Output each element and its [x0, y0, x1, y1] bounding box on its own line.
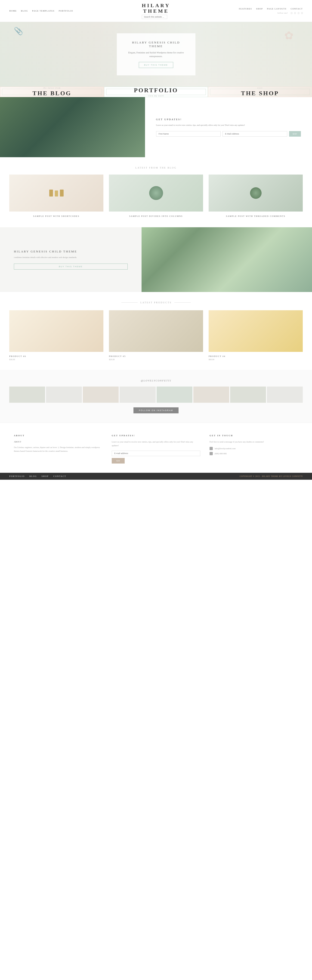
clip-3 — [60, 189, 64, 197]
footer-copyright: COPYRIGHT © 2015 · HILARY THEME BY LOVEL… — [240, 475, 303, 477]
signup-section: GET UPDATES! Leave us your email to rece… — [0, 97, 312, 157]
instagram-section: @LOVELYCONFETTI follow on Instagram — [0, 370, 312, 423]
blog-post-title-1: SAMPLE POST WITH SHORTCODES — [9, 215, 103, 218]
theme-promo-content: HILARY GENESIS CHILD THEME combines femi… — [0, 227, 142, 292]
theme-promo-title: HILARY GENESIS CHILD THEME — [14, 250, 128, 253]
pinterest-icon[interactable]: ◻ — [294, 12, 296, 14]
footer-contact-column: GET IN TOUCH Feel free to send a message… — [210, 434, 298, 463]
instagram-cell-7[interactable] — [230, 387, 266, 403]
signup-title: GET UPDATES! — [156, 118, 301, 121]
product-name-3: PRODUCT #4 — [209, 355, 303, 357]
instagram-cell-2[interactable] — [46, 387, 82, 403]
signup-submit-button[interactable]: GO! — [289, 131, 301, 137]
plant-decoration — [209, 175, 303, 212]
instagram-cell-4[interactable] — [119, 387, 155, 403]
product-card-3[interactable]: PRODUCT #4 $60.00 — [209, 310, 303, 361]
instagram-follow-button[interactable]: follow on Instagram — [134, 407, 178, 414]
footer-nav-contact[interactable]: CONTACT — [53, 475, 66, 477]
instagram-cell-1[interactable] — [9, 387, 45, 403]
theme-promo-description: combines feminine details with effective… — [14, 256, 128, 259]
nav-shop[interactable]: SHOP — [256, 8, 263, 10]
twitter-icon[interactable]: ◻ — [301, 12, 303, 14]
theme-promo-button[interactable]: BUY THIS THEME — [14, 264, 128, 270]
nav-portfolio[interactable]: PORTFOLIO — [59, 10, 73, 12]
instagram-cell-6[interactable] — [193, 387, 229, 403]
panel-blog[interactable]: the latest from THE BLOG — [0, 87, 104, 97]
instagram-handle: @LOVELYCONFETTI — [9, 379, 303, 382]
panel-portfolio[interactable]: PORTFOLIO view my work — [104, 87, 208, 97]
nav-page-templates[interactable]: PAGE TEMPLATES — [32, 10, 54, 12]
footer-updates-title: GET UPDATES! — [112, 434, 200, 437]
deco-flower: ✿ — [284, 29, 293, 42]
footer-nav-shop[interactable]: SHOP — [41, 475, 49, 477]
nav-blog[interactable]: BLOG — [21, 10, 28, 12]
footer-nav-links: PORTFOLIO BLOG SHOP CONTACT — [9, 475, 66, 477]
panel-shop[interactable]: visit THE SHOP — [208, 87, 312, 97]
products-section-title: LATEST PRODUCTS — [9, 301, 303, 304]
blog-card-2[interactable]: SAMPLE POST DIVIDES INTO COLUMNS — [109, 175, 203, 218]
footer-about-text: I'm Cristina: engineer, curious, hipster… — [14, 445, 102, 453]
footer-top: ABOUT ABOUT I'm Cristina: engineer, curi… — [0, 423, 312, 473]
instagram-cell-8[interactable] — [267, 387, 303, 403]
blog-image-2 — [109, 175, 203, 212]
nav-home[interactable]: HOME — [9, 10, 17, 12]
footer-signup-button[interactable]: GO — [112, 458, 125, 463]
signup-firstname-input[interactable] — [156, 131, 221, 137]
plant-art — [250, 187, 261, 199]
hero-description: Elegant, Feminine and Stylish Wordpress … — [128, 51, 184, 58]
blog-section-title: LATEST FROM THE BLOG — [0, 157, 312, 175]
footer-updates-column: GET UPDATES! Leave us your email to rece… — [112, 434, 200, 463]
instagram-cell-3[interactable] — [83, 387, 119, 403]
footer-email-input[interactable] — [112, 450, 200, 456]
nav-left: HOME BLOG PAGE TEMPLATES PORTFOLIO — [9, 10, 73, 12]
signup-email-input[interactable] — [223, 131, 287, 137]
nav-contact[interactable]: CONTACT — [291, 8, 303, 10]
instagram-follow-container: follow on Instagram — [9, 407, 303, 414]
blog-card-3[interactable]: SAMPLE POST WITH THREADED COMMENTS — [209, 175, 303, 218]
theme-promo-section: HILARY GENESIS CHILD THEME combines femi… — [0, 227, 312, 292]
nav-right: FEATURES SHOP PAGE LAYOUTS CONTACT — [239, 8, 303, 10]
footer-about-column: ABOUT ABOUT I'm Cristina: engineer, curi… — [14, 434, 102, 463]
blog-post-title-2: SAMPLE POST DIVIDES INTO COLUMNS — [109, 215, 203, 218]
instagram-icon[interactable]: ◻ — [291, 12, 292, 14]
footer-about-heading: ABOUT — [14, 440, 102, 444]
facebook-icon[interactable]: ◻ — [298, 12, 299, 14]
footer-phone-item: (666) 666-666 — [210, 452, 298, 455]
footer-signup-form: GO — [112, 450, 200, 463]
product-image-1 — [9, 310, 103, 352]
instagram-cell-5[interactable] — [157, 387, 193, 403]
clip-2 — [55, 191, 58, 197]
panel-blog-title: THE BLOG — [33, 90, 72, 97]
product-image-3 — [209, 310, 303, 352]
panel-portfolio-subtitle: view my work — [148, 95, 164, 97]
search-input[interactable] — [142, 15, 167, 19]
panel-shop-title: THE SHOP — [241, 90, 279, 97]
blog-grid: SAMPLE POST WITH SHORTCODES SAMPLE POST … — [0, 175, 312, 227]
three-panels: the latest from THE BLOG PORTFOLIO view … — [0, 87, 312, 97]
hero-cta-button[interactable]: BUY THIS THEME — [139, 62, 173, 68]
product-card-1[interactable]: PRODUCT #6 $30.00 — [9, 310, 103, 361]
site-header: HOME BLOG PAGE TEMPLATES PORTFOLIO HILAR… — [0, 0, 312, 22]
succulent-decoration — [109, 175, 203, 212]
footer-nav-blog[interactable]: BLOG — [29, 475, 37, 477]
nav-page-layouts[interactable]: PAGE LAYOUTS — [267, 8, 287, 10]
phone-icon — [210, 452, 213, 455]
footer-email-item: info@lovelyconfetti.com — [210, 447, 298, 450]
product-card-2[interactable]: PRODUCT #5 $20.00 — [109, 310, 203, 361]
signup-content: GET UPDATES! Leave us your email to rece… — [145, 97, 312, 157]
footer-contact-title: GET IN TOUCH — [210, 434, 298, 437]
nav-features[interactable]: FEATURES — [239, 8, 252, 10]
blog-post-title-3: SAMPLE POST WITH THREADED COMMENTS — [209, 215, 303, 218]
theme-promo-image — [142, 227, 312, 292]
footer-updates-description: Leave us your email to receive new entri… — [112, 440, 200, 447]
footer-email-value: info@lovelyconfetti.com — [215, 447, 236, 450]
blog-card-1[interactable]: SAMPLE POST WITH SHORTCODES — [9, 175, 103, 218]
blog-section: LATEST FROM THE BLOG SAMPLE POST WITH SH… — [0, 157, 312, 227]
products-divider: LATEST PRODUCTS — [121, 301, 191, 304]
footer-nav-portfolio[interactable]: PORTFOLIO — [9, 475, 25, 477]
succulent-art — [149, 186, 163, 200]
hero-section: 📎 ✿ HILARY GENESIS CHILD THEME Elegant, … — [0, 22, 312, 87]
products-heading: LATEST PRODUCTS — [140, 301, 172, 304]
hero-content: HILARY GENESIS CHILD THEME Elegant, Femi… — [117, 33, 196, 75]
clips-decoration — [45, 185, 68, 201]
